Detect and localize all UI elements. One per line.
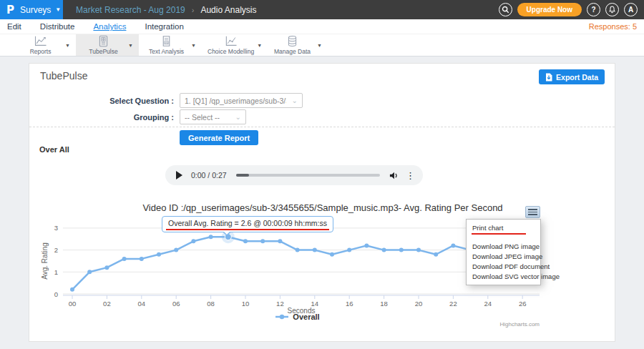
svg-text:08: 08 [207, 300, 215, 308]
svg-text:2: 2 [54, 246, 58, 254]
database-icon [286, 35, 298, 47]
export-data-label: Export Data [556, 73, 598, 82]
svg-text:12: 12 [276, 300, 284, 308]
chevron-down-icon: ▼ [55, 6, 61, 13]
toolbar-item-choice-modelling[interactable]: Choice Modelling ▼ [202, 34, 265, 56]
svg-text:22: 22 [449, 300, 457, 308]
breadcrumb-survey[interactable]: Market Research - Aug 2019 [76, 5, 185, 15]
svg-text:26: 26 [519, 300, 527, 308]
svg-text:02: 02 [103, 300, 111, 308]
menu-item-print-chart[interactable]: Print chart [467, 222, 540, 232]
surveys-app-switcher[interactable]: P Surveys ▼ [0, 0, 63, 19]
grouping-row: Grouping : -- Select -- ⌄ [29, 109, 615, 124]
upgrade-now-button[interactable]: Upgrade Now [517, 3, 582, 16]
tubepulse-icon [97, 35, 109, 47]
breadcrumb: Market Research - Aug 2019 › Audio Analy… [76, 0, 256, 19]
toolbar-item-tubepulse[interactable]: TubePulse ▼ [76, 34, 139, 56]
breadcrumb-separator: › [192, 6, 195, 14]
svg-text:0: 0 [54, 290, 58, 298]
svg-text:10: 10 [242, 300, 250, 308]
grouping-label: Grouping : [29, 113, 180, 122]
menu-item-download-jpeg[interactable]: Download JPEG image [467, 251, 540, 261]
svg-text:20: 20 [415, 300, 423, 308]
volume-icon[interactable] [389, 171, 399, 180]
audio-seek-thumb[interactable] [236, 174, 249, 177]
chevron-down-icon[interactable]: ▼ [191, 43, 196, 48]
legend-marker-icon [275, 314, 288, 320]
menu-item-analytics[interactable]: Analytics [93, 22, 126, 31]
legend-label: Overall [293, 313, 319, 321]
analytics-toolbar: Reports ▼ TubePulse ▼ [0, 34, 644, 56]
avatar[interactable]: A [624, 3, 638, 16]
toolbar-label: Reports [30, 48, 52, 55]
kebab-menu-icon[interactable]: ⋮ [406, 171, 415, 180]
questionpro-logo: P [6, 4, 14, 16]
line-chart-icon [34, 35, 48, 47]
legend-item-overall[interactable]: Overall [40, 313, 555, 321]
menu-item-distribute[interactable]: Distribute [40, 22, 75, 31]
product-name: Surveys [20, 5, 51, 15]
top-bar: P Surveys ▼ Market Research - Aug 2019 ›… [0, 0, 644, 19]
toolbar-item-text-analysis[interactable]: Text Analysis ▼ [139, 34, 202, 56]
chevron-down-icon[interactable]: ▼ [128, 43, 133, 48]
choice-modelling-icon [224, 35, 238, 47]
svg-text:04: 04 [138, 300, 146, 308]
audio-player: 0:00 / 0:27 ⋮ [165, 165, 423, 185]
y-axis-title: Avg. Rating [41, 242, 49, 280]
svg-text:18: 18 [380, 300, 388, 308]
menu-item-download-svg[interactable]: Download SVG vector image [467, 271, 540, 281]
page-title: TubePulse [40, 70, 87, 82]
svg-text:1: 1 [54, 268, 58, 276]
chevron-down-icon: ⌄ [292, 97, 298, 104]
responses-count[interactable]: Responses: 5 [589, 22, 637, 31]
tubepulse-panel: TubePulse Export Data Select Question : … [29, 63, 615, 342]
audio-seek-bar[interactable] [236, 174, 380, 177]
select-question-dropdown[interactable]: 1. [Q1] /qp_userimages/sub-3/3455655/S..… [180, 93, 303, 108]
notifications-button[interactable] [605, 3, 619, 16]
grouping-dropdown[interactable]: -- Select -- ⌄ [180, 109, 246, 124]
svg-text:16: 16 [346, 300, 353, 308]
chart-context-menu: Print chart Download PNG image Download … [466, 219, 541, 285]
chart-container: Video ID :/qp_userimages/sub-3/3455655/S… [40, 200, 605, 340]
audio-time: 0:00 / 0:27 [191, 171, 227, 180]
select-question-label: Select Question : [29, 97, 180, 105]
export-data-button[interactable]: Export Data [539, 69, 605, 84]
grouping-value: -- Select -- [185, 113, 230, 122]
toolbar-label: Manage Data [274, 48, 311, 55]
select-question-value: 1. [Q1] /qp_userimages/sub-3/3455655/S..… [185, 97, 286, 105]
search-icon [502, 6, 509, 14]
red-underline-annotation [166, 229, 329, 231]
play-icon[interactable] [176, 171, 182, 180]
svg-text:00: 00 [69, 300, 77, 308]
toolbar-label: TubePulse [89, 48, 117, 55]
menu-item-download-pdf[interactable]: Download PDF document [467, 261, 540, 271]
select-question-row: Select Question : 1. [Q1] /qp_userimages… [29, 93, 615, 108]
search-button[interactable] [499, 3, 512, 16]
section-label-overall: Over All [39, 145, 69, 154]
chevron-down-icon[interactable]: ▼ [317, 43, 322, 48]
chevron-down-icon: ⌄ [235, 113, 241, 121]
text-analysis-icon [160, 35, 172, 47]
toolbar-item-reports[interactable]: Reports ▼ [13, 34, 76, 56]
series-overall[interactable] [70, 230, 525, 292]
chart-tooltip-text: Overall Avg. Rating = 2.6 @ 00:00:09 hh:… [168, 219, 327, 227]
chevron-down-icon[interactable]: ▼ [65, 43, 70, 48]
help-button[interactable]: ? [587, 3, 600, 16]
generate-report-button[interactable]: Generate Report [180, 130, 258, 145]
bell-icon [608, 6, 616, 14]
form-divider [29, 127, 615, 127]
chart-title: Video ID :/qp_userimages/sub-3/3455655/S… [40, 202, 605, 213]
menu-item-download-png[interactable]: Download PNG image [467, 241, 540, 251]
menu-bar: Edit Distribute Analytics Integration Re… [0, 19, 644, 34]
chevron-down-icon[interactable]: ▼ [257, 43, 262, 48]
breadcrumb-page: Audio Analysis [200, 5, 256, 15]
menu-separator [467, 235, 540, 241]
toolbar-label: Text Analysis [149, 48, 184, 55]
highcharts-credits[interactable]: Highcharts.com [499, 321, 540, 328]
menu-item-integration[interactable]: Integration [145, 22, 183, 31]
svg-text:3: 3 [54, 224, 58, 232]
toolbar-item-manage-data[interactable]: Manage Data ▼ [265, 34, 328, 56]
menu-item-edit[interactable]: Edit [7, 22, 21, 31]
export-file-icon [545, 73, 552, 82]
svg-text:24: 24 [484, 300, 492, 308]
